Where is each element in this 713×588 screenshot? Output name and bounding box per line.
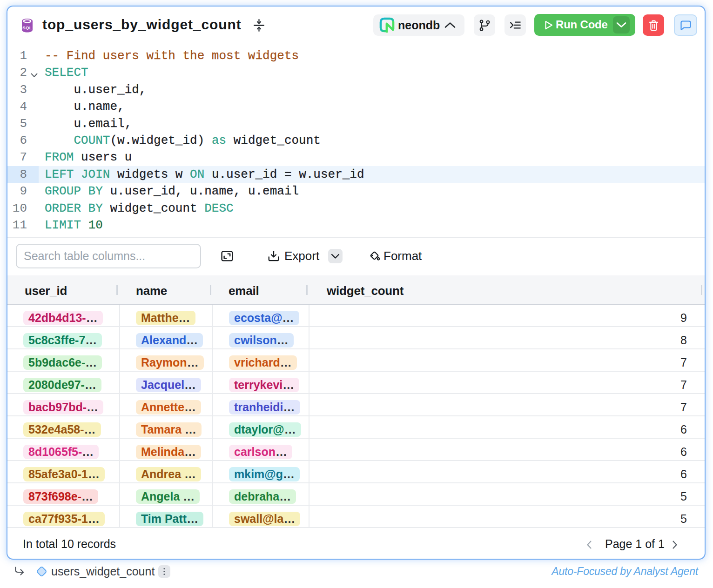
svg-text:SQL: SQL bbox=[22, 25, 32, 30]
